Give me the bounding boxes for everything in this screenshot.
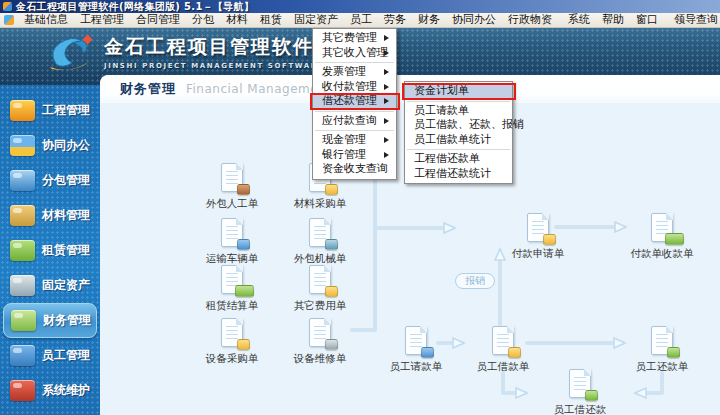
submenu-arrow-icon: [384, 118, 392, 124]
collaboration-icon: [10, 135, 35, 156]
doc-borrow-repay-icon: [567, 369, 593, 399]
doc-banknote-people-icon: [649, 213, 675, 243]
employees-icon: [10, 345, 35, 366]
menubar-item-labor[interactable]: 劳务: [378, 13, 412, 27]
materials-box-icon: [10, 205, 35, 226]
doc-coins-icon: [219, 318, 245, 348]
sidebar-item-system-maintenance[interactable]: 系统维护: [0, 373, 100, 408]
menu-item-other-income-mgmt[interactable]: 其它收入管理: [313, 46, 396, 61]
leasing-icon: [10, 240, 35, 261]
doc-machine-icon: [307, 218, 333, 248]
submenu-arrow-icon: [384, 84, 392, 90]
flow-node-equipment-repair[interactable]: 设备维修单: [278, 318, 362, 366]
submenu-item-employee-loan-stats[interactable]: 员工借款单统计: [405, 133, 512, 148]
sidebar-item-materials[interactable]: 材料管理: [0, 198, 100, 233]
menubar-item-employee[interactable]: 员工: [344, 13, 378, 27]
sidebar-item-leasing[interactable]: 租赁管理: [0, 233, 100, 268]
sidebar-nav: 工程管理 协同办公 分包管理 材料管理 租赁管理 固定资产 财务管理 员工管理 …: [0, 85, 100, 415]
menu-item-cash-mgmt[interactable]: 现金管理: [313, 133, 396, 148]
menu-separator: [407, 101, 510, 102]
sidebar-item-employees[interactable]: 员工管理: [0, 338, 100, 373]
arrow-loan-down-to-summary: [503, 373, 525, 393]
flow-node-transport-vehicle[interactable]: 运输车辆单: [190, 218, 274, 266]
submenu-item-project-loan-stats[interactable]: 工程借还款统计: [405, 167, 512, 182]
menubar-item-system[interactable]: 系统: [562, 13, 596, 27]
menubar-item-basic-info[interactable]: 基础信息: [18, 13, 74, 27]
menubar-item-leader-query[interactable]: 领导查询: [668, 13, 720, 27]
menubar-item-collaboration[interactable]: 协同办公: [446, 13, 502, 27]
window-title: 金石工程项目管理软件(网络集团版) 5.1－【导航】: [16, 0, 254, 14]
fixed-assets-icon: [10, 275, 35, 296]
menubar-item-admin-supplies[interactable]: 行政物资: [502, 13, 558, 27]
subcontract-icon: [10, 170, 35, 191]
menubar-item-project[interactable]: 工程管理: [74, 13, 130, 27]
flow-node-outsourced-machinery[interactable]: 外包机械单: [278, 218, 362, 266]
menubar-item-help[interactable]: 帮助: [596, 13, 630, 27]
app-window-icon: [3, 2, 12, 11]
menu-bar: 基础信息 工程管理 合同管理 分包 材料 租赁 固定资产 员工 劳务 财务 协同…: [0, 13, 720, 28]
doc-coins-plus-icon: [307, 265, 333, 295]
menu-item-invoice-mgmt[interactable]: 发票管理: [313, 65, 396, 80]
submenu-item-employee-fund-request[interactable]: 员工请款单: [405, 104, 512, 119]
menu-item-payables-query[interactable]: 应付款查询: [313, 114, 396, 129]
menubar-item-material[interactable]: 材料: [220, 13, 254, 27]
submenu-item-fund-plan[interactable]: 资金计划单: [405, 84, 512, 99]
reimbursement-badge: 报销: [455, 273, 495, 289]
sidebar-item-subcontract[interactable]: 分包管理: [0, 163, 100, 198]
flow-node-payment-request[interactable]: 付款申请单: [496, 213, 580, 261]
menubar-item-window[interactable]: 窗口: [630, 13, 664, 27]
doc-repay-coins-icon: [649, 326, 675, 356]
menubar-item-subcontract[interactable]: 分包: [186, 13, 220, 27]
menubar-item-finance[interactable]: 财务: [412, 13, 446, 27]
menu-item-fund-flow-query[interactable]: 资金收支查询: [313, 162, 396, 177]
flow-node-employee-loan-repayment[interactable]: 员工借还款: [538, 369, 622, 415]
sidebar-item-collaboration[interactable]: 协同办公: [0, 128, 100, 163]
menubar-app-icon: [4, 15, 14, 25]
flow-node-equipment-purchase[interactable]: 设备采购单: [190, 318, 274, 366]
doc-person-icon: [219, 163, 245, 193]
title-bar: 金石工程项目管理软件(网络集团版) 5.1－【导航】: [0, 0, 720, 13]
menu-item-other-expense-mgmt[interactable]: 其它费管理: [313, 31, 396, 46]
doc-table-people-icon: [403, 326, 429, 356]
brand-name-en: JINSHI PROJECT MANAGEMENT SOFTWARE: [104, 62, 324, 70]
arrow-repay-down-to-summary: [637, 373, 662, 393]
menu-separator: [407, 149, 510, 150]
flow-node-employee-repayment[interactable]: 员工还款单: [620, 326, 704, 374]
menu-item-payment-mgmt[interactable]: 收付款管理: [313, 80, 396, 95]
engineering-icon: [10, 100, 35, 121]
menubar-item-fixed-assets[interactable]: 固定资产: [288, 13, 344, 27]
sidebar-item-finance[interactable]: 财务管理: [3, 303, 97, 338]
submenu-arrow-icon: [384, 35, 392, 41]
submenu-arrow-icon: [384, 137, 392, 143]
flow-node-other-expense[interactable]: 其它费用单: [278, 265, 362, 313]
sidebar-item-engineering[interactable]: 工程管理: [0, 93, 100, 128]
menu-separator: [315, 130, 394, 131]
doc-banknote-icon: [219, 265, 245, 295]
menu-separator: [315, 62, 394, 63]
menubar-item-lease[interactable]: 租赁: [254, 13, 288, 27]
flow-node-employee-fund-request[interactable]: 员工请款单: [374, 326, 458, 374]
sidebar-item-fixed-assets[interactable]: 固定资产: [0, 268, 100, 303]
finance-dropdown-menu: 其它费管理 其它收入管理 发票管理 收付款管理 借还款管理 应付款查询 现金管理…: [312, 28, 397, 180]
doc-borrow-coins-icon: [490, 326, 516, 356]
flow-node-outsourced-labor[interactable]: 外包人工单: [190, 163, 274, 211]
menu-separator: [315, 111, 394, 112]
jinshi-logo-icon: [46, 31, 94, 73]
loan-submenu: 资金计划单 员工请款单 员工借款、还款、报销 员工借款单统计 工程借还款单 工程…: [404, 81, 513, 184]
flow-node-payment-receipt[interactable]: 付款单收款单: [620, 213, 704, 261]
flow-node-employee-loan[interactable]: 员工借款单: [461, 326, 545, 374]
flow-node-lease-settlement[interactable]: 租赁结算单: [190, 265, 274, 313]
submenu-item-employee-loan-repay-reimburse[interactable]: 员工借款、还款、报销: [405, 118, 512, 133]
doc-hand-coins-icon: [525, 213, 551, 243]
submenu-arrow-icon: [384, 98, 392, 104]
brand-name-cn: 金石工程项目管理软件: [104, 34, 324, 60]
finance-money-icon: [11, 310, 36, 331]
submenu-arrow-icon: [384, 69, 392, 75]
submenu-arrow-icon: [384, 152, 392, 158]
menu-item-bank-mgmt[interactable]: 银行管理: [313, 148, 396, 163]
doc-truck-icon: [219, 218, 245, 248]
submenu-item-project-loan-doc[interactable]: 工程借还款单: [405, 152, 512, 167]
menubar-item-contract[interactable]: 合同管理: [130, 13, 186, 27]
menu-item-loan-mgmt[interactable]: 借还款管理: [313, 94, 396, 109]
submenu-arrow-icon: [384, 50, 392, 56]
